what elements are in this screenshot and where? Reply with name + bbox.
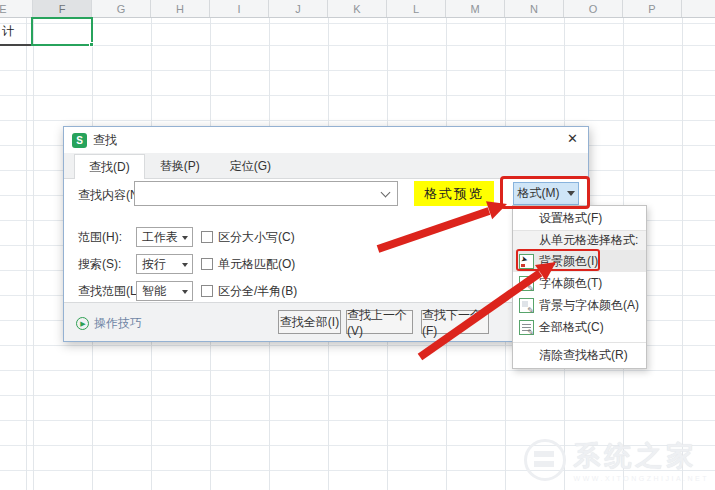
lookin-label: 查找范围(L): [78, 281, 144, 301]
find-input[interactable] [135, 182, 397, 205]
selected-cell-f1[interactable] [31, 17, 93, 46]
menu-item-set-format[interactable]: 设置格式(F) [513, 206, 646, 230]
column-header[interactable]: M [446, 0, 505, 17]
find-dialog: S 查找 ✕ 查找(D) 替换(P) 定位(G) 查找内容(N): 格式预览 格… [63, 126, 589, 342]
dialog-title: 查找 [93, 132, 117, 149]
column-header[interactable]: P [623, 0, 682, 17]
menu-item-font-color[interactable]: 字体颜色(T) [513, 272, 646, 294]
format-preview-highlight: 格式预览 [414, 181, 494, 206]
checkbox-icon[interactable] [201, 258, 213, 270]
close-icon[interactable]: ✕ [567, 131, 578, 146]
tips-link[interactable]: ▶ 操作技巧 [76, 315, 142, 332]
wps-spreadsheet-screen: E F G H I J K L M N O P Q 计 系统之家 WWW.XIT… [0, 0, 715, 490]
column-header[interactable]: H [151, 0, 210, 17]
menu-item-all-format[interactable]: 全部格式(C) [513, 316, 646, 339]
column-header[interactable]: K [328, 0, 387, 17]
column-header[interactable]: E [0, 0, 33, 17]
find-combobox [134, 181, 398, 206]
column-header[interactable]: N [505, 0, 564, 17]
dialog-titlebar[interactable]: S 查找 ✕ [64, 127, 588, 153]
cell-e1[interactable]: 计 [0, 18, 33, 46]
dropdown-arrow-icon [567, 191, 575, 196]
dropdown-arrow-icon [182, 290, 188, 294]
dropdown-arrow-icon [182, 236, 188, 240]
dropdown-arrow-icon [182, 263, 188, 267]
column-header[interactable]: J [269, 0, 328, 17]
scope-label: 范围(H): [78, 227, 122, 247]
column-header[interactable]: G [92, 0, 151, 17]
menu-item-bg-and-font-color[interactable]: 背景与字体颜色(A) [513, 294, 646, 316]
tab-goto[interactable]: 定位(G) [215, 153, 286, 178]
column-header[interactable]: O [564, 0, 623, 17]
scope-dropdown[interactable]: 工作表 [136, 227, 193, 247]
tab-replace[interactable]: 替换(P) [145, 153, 215, 178]
column-header-selected[interactable]: F [33, 0, 92, 17]
search-label: 搜索(S): [78, 254, 121, 274]
column-header[interactable]: Q [682, 0, 715, 17]
column-header-row: E F G H I J K L M N O P Q [0, 0, 715, 18]
find-next-button[interactable]: 查找下一个(F) [421, 310, 489, 334]
lookin-dropdown[interactable]: 智能 [136, 281, 193, 301]
format-button-label: 格式(M) [518, 185, 560, 202]
menu-item-clear-find-format[interactable]: 清除查找格式(R) [513, 343, 646, 368]
font-color-icon [519, 276, 534, 291]
match-case-checkbox[interactable]: 区分大小写(C) [201, 227, 295, 247]
bg-and-font-color-icon [519, 298, 534, 313]
selection-fill-handle[interactable] [89, 42, 94, 47]
tab-find[interactable]: 查找(D) [74, 154, 145, 179]
checkbox-icon[interactable] [201, 231, 213, 243]
format-button[interactable]: 格式(M) [513, 182, 579, 205]
find-previous-button[interactable]: 查找上一个(V) [346, 310, 413, 334]
dialog-footer: ▶ 操作技巧 查找全部(I) 查找上一个(V) 查找下一个(F) [64, 302, 588, 341]
menu-header-pick-from-cell: 从单元格选择格式: [513, 231, 646, 250]
play-icon: ▶ [76, 317, 89, 330]
find-all-button[interactable]: 查找全部(I) [278, 310, 341, 334]
wps-spreadsheet-icon: S [72, 133, 87, 148]
search-dropdown[interactable]: 按行 [136, 254, 193, 274]
match-cell-checkbox[interactable]: 单元格匹配(O) [201, 254, 295, 274]
column-header[interactable]: I [210, 0, 269, 17]
dialog-tabstrip: 查找(D) 替换(P) 定位(G) [64, 153, 588, 179]
format-dropdown-menu: 设置格式(F) 从单元格选择格式: 背景颜色(I) 字体颜色(T) 背景与字体颜… [512, 205, 647, 369]
menu-item-background-color[interactable]: 背景颜色(I) [513, 250, 646, 272]
all-format-icon [519, 320, 534, 335]
checkbox-icon[interactable] [201, 285, 213, 297]
match-fullwidth-checkbox[interactable]: 区分全/半角(B) [201, 281, 297, 301]
background-color-icon [519, 254, 534, 269]
column-header[interactable]: L [387, 0, 446, 17]
